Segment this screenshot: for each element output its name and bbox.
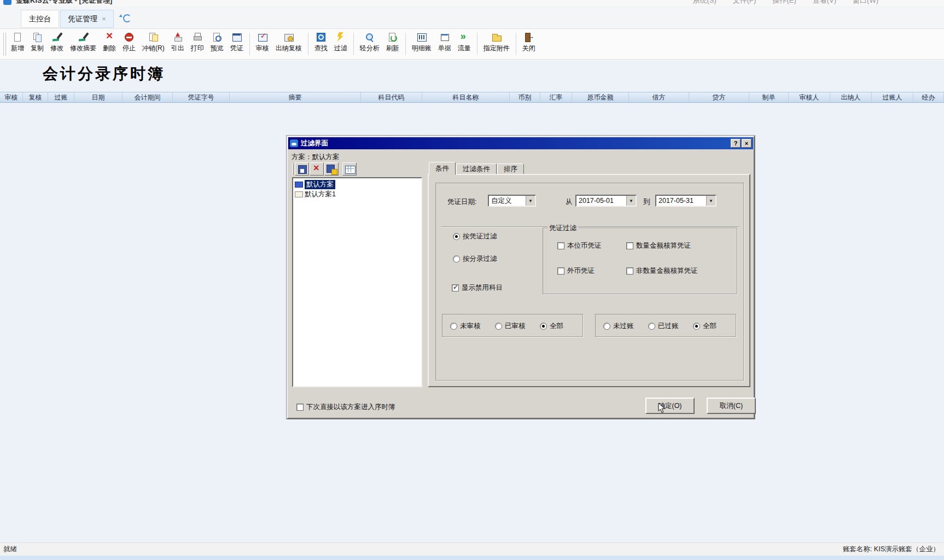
chevron-down-icon[interactable]	[706, 196, 715, 206]
modify-summary-button[interactable]: 修改摘要	[67, 29, 100, 59]
document-button[interactable]: 单据	[435, 29, 454, 59]
tab-filter-condition[interactable]: 过滤条件	[456, 164, 497, 175]
radio-filter-by-entry[interactable]: 按分录过滤	[453, 254, 497, 264]
ok-button[interactable]: 确定(O)	[645, 398, 695, 414]
document-window-icon	[440, 32, 450, 42]
reverse-button[interactable]: 冲销(R)	[139, 29, 168, 59]
save-plan-button[interactable]	[295, 162, 309, 176]
copy-button[interactable]: 复制	[27, 29, 47, 59]
radio-not-posted[interactable]: 未过账	[603, 322, 634, 331]
col-account-code[interactable]: 科目代码	[361, 92, 422, 102]
radio-audit-all[interactable]: 全部	[540, 322, 563, 331]
menu-window[interactable]: 窗口(W)	[853, 0, 878, 5]
tab-voucher-management[interactable]: 凭证管理 ×	[60, 10, 114, 28]
new-button[interactable]: 新增	[8, 29, 27, 59]
menu-system[interactable]: 系统(S)	[692, 0, 716, 5]
menubar: 系统(S) 文件(F) 操作(E) 查看(V) 窗口(W)	[692, 0, 878, 5]
post-state-groupbox: 未过账 已过账 全部	[595, 314, 736, 337]
col-review[interactable]: 复核	[23, 92, 48, 102]
col-handler[interactable]: 经办	[913, 92, 944, 102]
audit-button[interactable]: 审核	[253, 29, 272, 59]
printer-icon	[193, 32, 202, 42]
col-auditor[interactable]: 审核人	[789, 92, 830, 102]
analysis-button[interactable]: 轻分析	[357, 29, 383, 59]
col-post[interactable]: 过账	[48, 92, 74, 102]
stop-button[interactable]: 停止	[119, 29, 139, 59]
radio-audited[interactable]: 已审核	[495, 322, 526, 331]
preview-button[interactable]: 预览	[207, 29, 227, 59]
col-period[interactable]: 会计期间	[123, 92, 173, 102]
date-preset-dropdown[interactable]: 自定义	[488, 195, 536, 207]
col-currency[interactable]: 币别	[510, 92, 540, 102]
plan-list[interactable]: 默认方案 默认方案1	[292, 177, 422, 387]
col-voucher-no[interactable]: 凭证字号	[173, 92, 230, 102]
checkbox-base-currency-voucher[interactable]: 本位币凭证	[557, 241, 602, 250]
col-cashier[interactable]: 出纳人	[830, 92, 872, 102]
col-account-name[interactable]: 科目名称	[422, 92, 510, 102]
col-orig-amount[interactable]: 原币金额	[572, 92, 629, 102]
page-title: 会计分录序时簿	[43, 63, 165, 84]
checkbox-qty-amount-voucher[interactable]: 数量金额核算凭证	[626, 241, 691, 250]
col-summary[interactable]: 摘要	[230, 92, 361, 102]
radio-post-all[interactable]: 全部	[693, 322, 716, 331]
tab-main-console[interactable]: 主控台	[21, 10, 59, 28]
modify-button[interactable]: 修改	[47, 29, 67, 59]
chevron-down-icon[interactable]	[626, 196, 636, 206]
voucher-button[interactable]: 凭证	[227, 29, 247, 59]
exit-door-icon	[524, 32, 534, 42]
menu-file[interactable]: 文件(F)	[733, 0, 756, 5]
col-debit[interactable]: 借方	[629, 92, 689, 102]
from-date-dropdown[interactable]: 2017-05-01	[575, 195, 637, 207]
attachment-button[interactable]: 指定附件	[480, 29, 513, 59]
radio-posted[interactable]: 已过账	[648, 322, 679, 331]
col-poster[interactable]: 过账人	[872, 92, 913, 102]
to-date-dropdown[interactable]: 2017-05-31	[655, 195, 716, 207]
toolbar-separator	[516, 33, 516, 55]
tab-sort[interactable]: 排序	[497, 164, 524, 175]
checkbox-foreign-currency-voucher[interactable]: 外币凭证	[557, 266, 595, 276]
delete-plan-button[interactable]	[310, 162, 324, 176]
radio-icon	[693, 323, 700, 330]
col-date[interactable]: 日期	[74, 92, 123, 102]
dialog-close-button[interactable]: ×	[742, 139, 751, 148]
dialog-help-button[interactable]: ?	[731, 139, 741, 148]
toolbar-grip	[292, 164, 294, 175]
radio-not-audited[interactable]: 未审核	[450, 322, 481, 331]
refresh-button[interactable]: 刷新	[383, 29, 403, 59]
filter-lightning-icon	[336, 32, 346, 42]
cashier-review-button[interactable]: 出纳复核	[272, 29, 305, 59]
plan-toolbar	[292, 162, 357, 176]
chevron-down-icon[interactable]	[526, 196, 535, 206]
radio-icon	[495, 323, 502, 330]
save-as-plan-button[interactable]	[324, 162, 339, 176]
cancel-button[interactable]: 取消(C)	[707, 398, 756, 414]
checkbox-non-qty-amount-voucher[interactable]: 非数量金额核算凭证	[626, 266, 698, 276]
ledger-button[interactable]: 明细账	[409, 29, 435, 59]
radio-filter-by-voucher[interactable]: 按凭证过滤	[453, 232, 497, 241]
menu-operate[interactable]: 操作(E)	[772, 0, 796, 5]
list-item[interactable]: 默认方案1	[294, 189, 420, 199]
print-button[interactable]: 打印	[188, 29, 207, 59]
menu-view[interactable]: 查看(V)	[813, 0, 836, 5]
tab-close-icon[interactable]: ×	[102, 15, 106, 23]
col-preparer[interactable]: 制单	[749, 92, 789, 102]
flow-button[interactable]: 流量	[454, 29, 474, 59]
plan-grid-button[interactable]	[342, 162, 357, 176]
checkbox-show-disabled-accounts[interactable]: 显示禁用科目	[452, 283, 503, 293]
tab-condition[interactable]: 条件	[429, 162, 456, 175]
delete-button[interactable]: 删除	[100, 29, 119, 59]
from-label: 从	[566, 197, 573, 207]
radio-icon	[540, 323, 547, 330]
list-item[interactable]: 默认方案	[294, 179, 420, 189]
mouse-cursor	[658, 402, 666, 416]
close-button[interactable]: 关闭	[519, 29, 539, 59]
filter-button[interactable]: 过滤	[331, 29, 351, 59]
dialog-titlebar[interactable]: 过滤界面 ? ×	[288, 137, 753, 149]
export-button[interactable]: 引出	[168, 29, 188, 59]
col-audit[interactable]: 审核	[0, 92, 23, 102]
find-button[interactable]: 查找	[311, 29, 331, 59]
col-rate[interactable]: 汇率	[540, 92, 572, 102]
col-credit[interactable]: 贷方	[689, 92, 749, 102]
toolbar-separator	[249, 33, 250, 55]
checkbox-enter-with-plan[interactable]: 下次直接以该方案进入序时簿	[296, 402, 395, 412]
